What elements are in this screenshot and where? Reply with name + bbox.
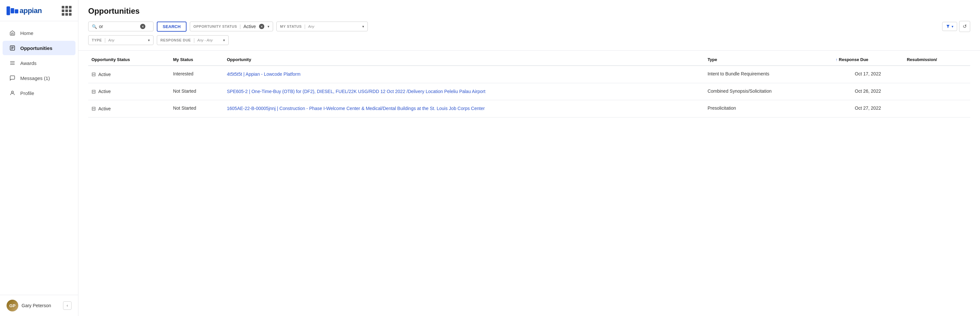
opportunity-status-value: Active: [243, 24, 256, 29]
sidebar-collapse-btn[interactable]: ‹: [63, 301, 72, 310]
list-icon: [9, 45, 16, 51]
response-due-label: RESPONSE DUE: [161, 38, 191, 42]
sidebar-item-opportunities[interactable]: Opportunities: [3, 41, 75, 55]
person-icon: [9, 90, 16, 96]
row1-opportunity-link[interactable]: 4t5t5t5t | Appian - Lowcode Platform: [227, 71, 300, 77]
sidebar-item-awards-label: Awards: [20, 60, 37, 66]
appian-logo: appian: [6, 6, 42, 15]
filter-bar-2: TYPE | Any ▾ RESPONSE DUE | Any - Any ▾: [88, 35, 970, 45]
search-input[interactable]: [99, 24, 138, 29]
row2-opportunity: SPE605-2 | One-Time-Buy (OTB) for (DF2),…: [223, 83, 704, 100]
table-header-row: Opportunity Status My Status Opportunity…: [88, 53, 970, 66]
table-row: ⊟ Active Interested 4t5t5t5t | Appian - …: [88, 66, 970, 83]
svg-rect-0: [6, 6, 10, 15]
row2-response-due: Oct 26, 2022: [832, 83, 904, 100]
refresh-btn[interactable]: ↺: [959, 21, 970, 32]
user-name: Gary Peterson: [22, 303, 51, 308]
appian-logo-text: appian: [20, 6, 42, 15]
funnel-icon: [946, 24, 950, 29]
row1-response-due: Oct 17, 2022: [832, 66, 904, 83]
my-status-value: Any: [308, 24, 314, 29]
col-my-status[interactable]: My Status: [170, 53, 224, 66]
row1-resubmission: [904, 66, 970, 83]
search-clear-btn[interactable]: ✕: [140, 24, 145, 29]
message-icon: [9, 75, 16, 81]
row2-resubmission: [904, 83, 970, 100]
appian-logo-svg: [6, 6, 18, 15]
sidebar-item-messages-label: Messages (1): [20, 75, 50, 81]
sidebar-nav: Home Opportunities Awards: [0, 21, 78, 295]
type-chevron-icon: ▾: [148, 38, 150, 43]
sidebar-footer: GP Gary Peterson ‹: [0, 295, 78, 316]
opportunity-status-label: OPPORTUNITY STATUS: [193, 24, 237, 29]
page-title: Opportunities: [88, 6, 970, 16]
row3-opportunity: 1605AE-22-B-00005jnnj | Construction - P…: [223, 100, 704, 118]
row3-type: Presolicitation: [704, 100, 832, 118]
row1-opp-status: ⊟ Active: [88, 66, 170, 83]
svg-rect-2: [15, 10, 18, 14]
col-opportunity[interactable]: Opportunity: [223, 53, 704, 66]
grid-menu-icon[interactable]: [62, 6, 72, 16]
filter-chevron-icon: ▾: [951, 24, 953, 29]
search-button[interactable]: SEARCH: [157, 22, 186, 32]
type-filter[interactable]: TYPE | Any ▾: [88, 35, 154, 45]
sidebar-item-home-label: Home: [20, 30, 33, 36]
svg-rect-1: [11, 8, 14, 13]
my-status-filter[interactable]: MY STATUS | Any ▾: [276, 22, 368, 31]
filter-actions: ▾ ↺: [942, 21, 970, 32]
sidebar-item-awards[interactable]: Awards: [3, 56, 75, 70]
col-resubmission[interactable]: Resubmission/: [904, 53, 970, 66]
type-filter-value: Any: [108, 38, 115, 42]
svg-point-10: [11, 91, 13, 93]
type-filter-label: TYPE: [92, 38, 102, 42]
table-row: ⊟ Active Not Started 1605AE-22-B-00005jn…: [88, 100, 970, 118]
sidebar-header: appian: [0, 0, 78, 21]
sidebar-item-opportunities-label: Opportunities: [20, 45, 52, 51]
table-container: Opportunity Status My Status Opportunity…: [78, 51, 980, 316]
home-icon: [9, 30, 16, 36]
table-row: ⊟ Active Not Started SPE605-2 | One-Time…: [88, 83, 970, 100]
active-status-icon: ⊟: [91, 71, 96, 77]
row3-my-status: Not Started: [170, 100, 224, 118]
opportunity-status-clear-btn[interactable]: ✕: [259, 24, 264, 29]
user-info[interactable]: GP Gary Peterson: [6, 300, 51, 311]
response-due-filter[interactable]: RESPONSE DUE | Any - Any ▾: [157, 35, 229, 45]
opportunity-status-chevron-icon: ▾: [267, 24, 269, 29]
search-icon: 🔍: [92, 24, 97, 29]
sidebar-item-home[interactable]: Home: [3, 26, 75, 40]
response-due-value: Any - Any: [197, 38, 213, 42]
avatar-image: GP: [6, 300, 18, 311]
filter-icon-btn[interactable]: ▾: [942, 22, 957, 31]
row3-opp-status: ⊟ Active: [88, 100, 170, 118]
main-content: Opportunities 🔍 ✕ SEARCH OPPORTUNITY STA…: [78, 0, 980, 316]
col-type[interactable]: Type: [704, 53, 832, 66]
row3-opportunity-link[interactable]: 1605AE-22-B-00005jnnj | Construction - P…: [227, 106, 484, 111]
my-status-label: MY STATUS: [280, 24, 302, 29]
row2-my-status: Not Started: [170, 83, 224, 100]
active-status-icon: ⊟: [91, 89, 96, 95]
search-box: 🔍 ✕: [88, 22, 154, 31]
active-status-icon: ⊟: [91, 105, 96, 112]
sidebar-item-messages[interactable]: Messages (1): [3, 71, 75, 85]
row1-type: Intent to Bundle Requirements: [704, 66, 832, 83]
col-opportunity-status[interactable]: Opportunity Status: [88, 53, 170, 66]
my-status-chevron-icon: ▾: [362, 24, 364, 29]
opportunity-status-filter[interactable]: OPPORTUNITY STATUS | Active ✕ ▾: [190, 22, 273, 31]
row1-opportunity: 4t5t5t5t | Appian - Lowcode Platform: [223, 66, 704, 83]
sidebar-item-profile-label: Profile: [20, 91, 34, 96]
refresh-icon: ↺: [963, 24, 967, 29]
main-header: Opportunities 🔍 ✕ SEARCH OPPORTUNITY STA…: [78, 0, 980, 51]
award-icon: [9, 60, 16, 66]
sidebar-item-profile[interactable]: Profile: [3, 86, 75, 100]
row3-response-due: Oct 27, 2022: [832, 100, 904, 118]
sort-arrow-icon: ↑: [835, 57, 838, 62]
col-response-due[interactable]: ↑ Response Due: [832, 53, 904, 66]
row2-opp-status: ⊟ Active: [88, 83, 170, 100]
opportunities-table: Opportunity Status My Status Opportunity…: [88, 53, 970, 118]
row2-opportunity-link[interactable]: SPE605-2 | One-Time-Buy (OTB) for (DF2),…: [227, 89, 485, 94]
sidebar: appian Home: [0, 0, 78, 316]
row2-type: Combined Synopsis/Solicitation: [704, 83, 832, 100]
row3-resubmission: [904, 100, 970, 118]
row1-my-status: Interested: [170, 66, 224, 83]
chevron-left-icon: ‹: [67, 303, 68, 308]
